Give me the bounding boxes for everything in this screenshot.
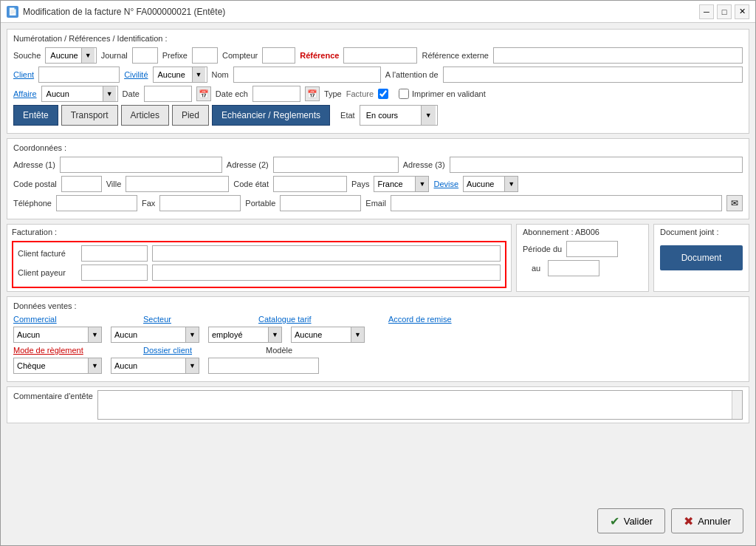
document-joint-section: Document joint : Document [653, 224, 749, 292]
commercial-dropdown-arrow[interactable]: ▼ [88, 327, 101, 342]
commercial-dropdown[interactable]: Aucun ▼ [13, 327, 102, 343]
dossier-client-label[interactable]: Dossier client [143, 346, 202, 355]
portable-input[interactable] [280, 195, 361, 211]
secteur-dropdown-arrow[interactable]: ▼ [185, 327, 199, 342]
accord-remise-label[interactable]: Accord de remise [388, 315, 452, 324]
etat-dropdown[interactable]: En cours ▼ [360, 105, 438, 126]
devise-dropdown-arrow[interactable]: ▼ [504, 177, 518, 191]
compteur-label: Compteur [222, 51, 258, 60]
attention-input[interactable] [443, 66, 743, 83]
souche-dropdown-arrow[interactable]: ▼ [81, 48, 94, 63]
reference-externe-input[interactable] [493, 47, 743, 64]
abonnement-row2: au 30/06/16 [523, 260, 642, 276]
reference-label: Référence [300, 51, 339, 60]
journal-input[interactable]: VE [132, 47, 158, 64]
minimize-button[interactable]: ─ [699, 4, 714, 19]
date-ech-input[interactable]: 01/06/16 [252, 86, 300, 102]
telephone-input[interactable] [56, 195, 137, 211]
type-checkbox[interactable] [378, 89, 388, 99]
date-calendar-icon[interactable]: 📅 [196, 86, 211, 101]
secteur-dropdown[interactable]: Aucun ▼ [111, 327, 199, 343]
civilite-dropdown-arrow[interactable]: ▼ [192, 67, 205, 82]
numerotation-row1: Souche Aucune ▼ Journal VE Prefixe FA Co… [13, 47, 743, 64]
adresse3-label: Adresse (3) [403, 160, 445, 169]
affaire-dropdown[interactable]: Aucun ▼ [41, 86, 118, 102]
imprimer-checkbox[interactable] [399, 89, 409, 99]
etat-dropdown-arrow[interactable]: ▼ [421, 106, 436, 125]
date-input[interactable]: 01/06/16 [144, 86, 192, 102]
commercial-label[interactable]: Commercial [13, 315, 65, 324]
pays-dropdown-arrow[interactable]: ▼ [415, 177, 428, 191]
accord-remise-dropdown-arrow[interactable]: ▼ [351, 327, 364, 342]
affaire-value: Aucun [44, 89, 103, 98]
tab-transport[interactable]: Transport [61, 105, 118, 126]
mode-reglement-label[interactable]: Mode de règlement [13, 346, 87, 355]
affaire-label[interactable]: Affaire [13, 89, 37, 98]
adresse2-input[interactable] [273, 157, 399, 173]
client-payeur-code[interactable]: CYRIUS [81, 265, 148, 281]
adresse1-input[interactable] [60, 157, 222, 173]
tab-echeancier[interactable]: Echéancier / Reglements [212, 105, 330, 126]
tab-pied[interactable]: Pied [172, 105, 209, 126]
code-etat-input[interactable] [273, 176, 347, 192]
ville-input[interactable]: NANTES [126, 176, 229, 192]
facturation-row2: Client payeur CYRIUS CYRIUS [18, 265, 501, 281]
civilite-label[interactable]: Civilité [124, 70, 148, 79]
email-input[interactable]: @ [391, 195, 722, 211]
commentaire-label: Commentaire d'entête [13, 392, 93, 400]
pays-value: France [374, 180, 415, 188]
pays-dropdown[interactable]: France ▼ [374, 176, 429, 192]
adresse3-input[interactable] [450, 157, 743, 173]
au-input[interactable]: 30/06/16 [548, 260, 599, 276]
client-facture-code[interactable]: SACHAL [81, 245, 148, 262]
mode-reglement-dropdown-arrow[interactable]: ▼ [88, 358, 101, 373]
civilite-dropdown[interactable]: Aucune ▼ [153, 66, 207, 83]
email-icon[interactable]: ✉ [726, 195, 743, 211]
date-ech-label: Date ech [216, 89, 248, 98]
prefixe-input[interactable]: FA [192, 47, 218, 64]
client-input[interactable]: MODULO [38, 66, 120, 83]
tab-articles[interactable]: Articles [121, 105, 169, 126]
mode-reglement-dropdown[interactable]: Chèque ▼ [13, 358, 102, 374]
catalogue-tarif-label[interactable]: Catalogue tarif [258, 315, 325, 324]
dossier-client-dropdown[interactable]: Aucun ▼ [111, 358, 199, 374]
fax-label: Fax [142, 199, 155, 208]
devise-dropdown[interactable]: Aucune ▼ [463, 176, 518, 192]
date-ech-calendar-icon[interactable]: 📅 [305, 86, 320, 101]
client-payeur-nom[interactable]: CYRIUS [152, 265, 501, 281]
dossier-client-dropdown-arrow[interactable]: ▼ [185, 358, 199, 373]
maximize-button[interactable]: □ [717, 4, 732, 19]
code-etat-label: Code état [233, 180, 269, 188]
commentaire-area[interactable] [97, 390, 743, 420]
affaire-dropdown-arrow[interactable]: ▼ [103, 86, 116, 101]
adresse2-label: Adresse (2) [227, 160, 269, 169]
souche-value: Aucune [47, 51, 80, 60]
client-label[interactable]: Client [13, 70, 34, 79]
devise-label[interactable]: Devise [433, 180, 458, 188]
secteur-label[interactable]: Secteur [143, 315, 180, 324]
reference-input[interactable]: FA000000021 [343, 47, 417, 64]
accord-remise-dropdown[interactable]: Aucune ▼ [291, 327, 365, 343]
annuler-button[interactable]: ✖ Annuler [671, 508, 743, 533]
souche-dropdown[interactable]: Aucune ▼ [45, 47, 96, 64]
nom-input[interactable]: MODULO [233, 66, 381, 83]
document-button[interactable]: Document [660, 245, 743, 270]
tab-entete[interactable]: Entête [13, 105, 58, 126]
reference-externe-label: Référence externe [422, 51, 489, 60]
compteur-input[interactable]: 21 [262, 47, 295, 64]
catalogue-tarif-dropdown[interactable]: employé ▼ [208, 327, 282, 343]
periode-input[interactable]: 01/06/16 [566, 241, 618, 257]
facturation-row: Facturation : Client facturé SACHAL SACH… [7, 224, 749, 292]
commentaire-scrollbar[interactable] [732, 391, 742, 419]
commentaire-section: Commentaire d'entête [7, 386, 749, 423]
client-payeur-label: Client payeur [18, 268, 77, 277]
coordonnees-row3: Téléphone Fax Portable Email @ ✉ [13, 195, 743, 211]
catalogue-tarif-dropdown-arrow[interactable]: ▼ [268, 327, 281, 342]
client-facture-nom[interactable]: SACHAL [152, 245, 501, 262]
close-button[interactable]: ✕ [735, 4, 749, 19]
main-window: 📄 Modification de la facture N° FA000000… [0, 0, 756, 546]
modele-input[interactable] [208, 358, 319, 374]
code-postal-input[interactable]: 44338 [61, 176, 102, 192]
valider-button[interactable]: ✔ Valider [597, 508, 666, 533]
fax-input[interactable] [159, 195, 241, 211]
